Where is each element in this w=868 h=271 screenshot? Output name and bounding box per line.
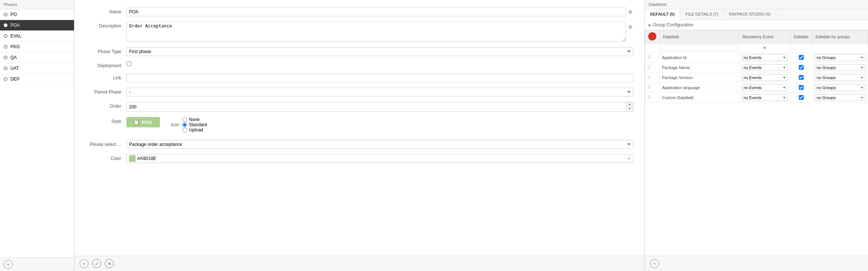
groups-cell-2: no Groups bbox=[812, 73, 868, 83]
link-input[interactable] bbox=[126, 74, 633, 82]
icon-label: Icon bbox=[167, 122, 182, 127]
confirm-button[interactable]: ✓ bbox=[92, 259, 101, 268]
description-clear-button[interactable]: ⊗ bbox=[627, 23, 633, 30]
groups-select-2[interactable]: no Groups bbox=[815, 74, 865, 81]
icon-picker-select[interactable]: Package order acceptance bbox=[126, 140, 633, 149]
order-up-button[interactable]: ▲ bbox=[626, 102, 633, 107]
add-form-button[interactable]: + bbox=[80, 259, 89, 268]
drag-handle[interactable]: ⠿ bbox=[647, 65, 651, 70]
phase-item-label: DEP bbox=[10, 76, 20, 82]
parent-phase-control: - bbox=[126, 88, 633, 97]
icon-none-option: None bbox=[182, 117, 207, 122]
groups-select-0[interactable]: no Groups bbox=[815, 54, 865, 61]
mandatory-event-select-1[interactable]: no Events bbox=[742, 64, 788, 71]
link-label: Link bbox=[86, 74, 126, 81]
name-input[interactable] bbox=[126, 7, 626, 16]
mandatory-event-select-0[interactable]: no Events bbox=[742, 54, 788, 61]
phase-item-po[interactable]: PO bbox=[0, 9, 74, 20]
editable-checkbox-0[interactable] bbox=[799, 55, 804, 60]
drag-cell-0: ⠿ bbox=[645, 53, 660, 63]
order-control: ▲ ▼ bbox=[126, 102, 633, 112]
editable-checkbox-1[interactable] bbox=[799, 65, 804, 70]
groups-select-3[interactable]: no Groups bbox=[815, 84, 865, 91]
color-select[interactable]: #A9D18E bbox=[137, 156, 627, 161]
phase-type-row: Phase Type First phase Normal phase Last… bbox=[86, 47, 633, 56]
form-panel: Name ⊗ Description Order Acceptance ⊗ Ph… bbox=[74, 0, 645, 271]
group-config[interactable]: ▶ Group Configuration bbox=[645, 20, 868, 30]
poa-badge-text: POA bbox=[142, 120, 152, 125]
tab-file_details[interactable]: FILE DETAILS (7) bbox=[680, 9, 724, 20]
parent-phase-row: Parent Phase - bbox=[86, 88, 633, 97]
phase-item-eval[interactable]: EVAL bbox=[0, 31, 74, 42]
mandatory-event-cell-1: no Events bbox=[739, 63, 790, 73]
drag-handle[interactable]: ⠿ bbox=[647, 85, 651, 90]
style-control: 📋 POA Icon None bbox=[126, 117, 633, 135]
add-phase-button[interactable]: + bbox=[4, 260, 13, 269]
table-row: ⠿ Package Name no Events no Groups bbox=[645, 63, 868, 73]
header-dot bbox=[648, 32, 656, 40]
phase-item-dep[interactable]: DEP bbox=[0, 74, 74, 85]
order-label: Order bbox=[86, 102, 126, 109]
editable-cell-3 bbox=[790, 83, 812, 93]
icon-radio-group: None Standard Upload bbox=[182, 117, 207, 133]
tab-raypack_studio[interactable]: RAYPACK STUDIO (5) bbox=[724, 9, 776, 20]
drag-handle[interactable]: ⠿ bbox=[647, 75, 651, 80]
tab-default[interactable]: DEFAULT (5) bbox=[645, 9, 680, 20]
datafield-cell-4: Custom Datafield bbox=[660, 93, 739, 103]
phase-item-poa[interactable]: POA bbox=[0, 20, 74, 31]
mandatory-event-select-2[interactable]: no Events bbox=[742, 74, 788, 81]
phase-dot bbox=[4, 45, 7, 49]
drag-cell-2: ⠿ bbox=[645, 73, 660, 83]
icon-upload-radio[interactable] bbox=[182, 128, 187, 133]
cancel-button[interactable]: ✕ bbox=[105, 259, 114, 268]
datafields-panel: Datafields DEFAULT (5)FILE DETAILS (7)RA… bbox=[645, 0, 868, 271]
drag-handle[interactable]: ⠿ bbox=[647, 55, 651, 60]
table-row: ⠿ Application language no Events no Grou… bbox=[645, 83, 868, 93]
col-editable-groups: Editable for groups bbox=[812, 30, 868, 43]
poa-badge: 📋 POA bbox=[126, 117, 160, 127]
order-input[interactable] bbox=[127, 103, 626, 111]
mandatory-event-cell-4: no Events bbox=[739, 93, 790, 103]
color-label: Color bbox=[86, 154, 126, 161]
icon-label-row: Icon None Standard bbox=[167, 117, 207, 133]
phase-dot bbox=[4, 66, 7, 70]
deployment-checkbox[interactable] bbox=[126, 61, 131, 66]
icon-upload-label: Upload bbox=[189, 127, 203, 133]
deployment-row: Deployment bbox=[86, 61, 633, 68]
col-drag bbox=[645, 30, 660, 43]
phase-item-label: POA bbox=[10, 23, 20, 28]
parent-phase-select[interactable]: - bbox=[126, 88, 633, 97]
drag-handle[interactable]: ⠿ bbox=[647, 95, 651, 100]
icon-none-radio[interactable] bbox=[182, 117, 187, 122]
groups-cell-0: no Groups bbox=[812, 53, 868, 63]
phase-list: PO POA EVAL PKG QA UAT DEP bbox=[0, 9, 74, 257]
datafield-filter-input[interactable] bbox=[661, 45, 737, 51]
description-control: Order Acceptance ⊗ bbox=[126, 22, 633, 42]
editable-checkbox-2[interactable] bbox=[799, 75, 804, 80]
style-section: 📋 POA Icon None bbox=[126, 117, 633, 135]
editable-checkbox-4[interactable] bbox=[799, 95, 804, 100]
groups-select-1[interactable]: no Groups bbox=[815, 64, 865, 71]
phase-item-pkg[interactable]: PKG bbox=[0, 42, 74, 52]
phase-item-qa[interactable]: QA bbox=[0, 52, 74, 63]
phase-type-select[interactable]: First phase Normal phase Last phase bbox=[126, 47, 633, 56]
name-control: ⊗ bbox=[126, 7, 633, 16]
mandatory-event-select-3[interactable]: no Events bbox=[742, 84, 788, 91]
color-row: Color #A9D18E ▼ bbox=[86, 154, 633, 163]
mandatory-event-select-4[interactable]: no Events bbox=[742, 94, 788, 101]
description-input[interactable]: Order Acceptance bbox=[126, 22, 626, 42]
description-label: Description bbox=[86, 22, 126, 29]
drag-cell-3: ⠿ bbox=[645, 83, 660, 93]
groups-select-4[interactable]: no Groups bbox=[815, 94, 865, 101]
filter-mandatory-cell: ▼ bbox=[739, 43, 790, 53]
add-datafield-button[interactable]: + bbox=[650, 259, 659, 268]
filter-groups-cell bbox=[812, 43, 868, 53]
editable-cell-2 bbox=[790, 73, 812, 83]
col-editable: Editable bbox=[790, 30, 812, 43]
order-down-button[interactable]: ▼ bbox=[626, 107, 633, 111]
color-swatch bbox=[129, 155, 136, 162]
icon-standard-radio[interactable] bbox=[182, 123, 187, 127]
editable-checkbox-3[interactable] bbox=[799, 85, 804, 90]
phase-item-uat[interactable]: UAT bbox=[0, 63, 74, 74]
name-clear-button[interactable]: ⊗ bbox=[627, 8, 633, 16]
